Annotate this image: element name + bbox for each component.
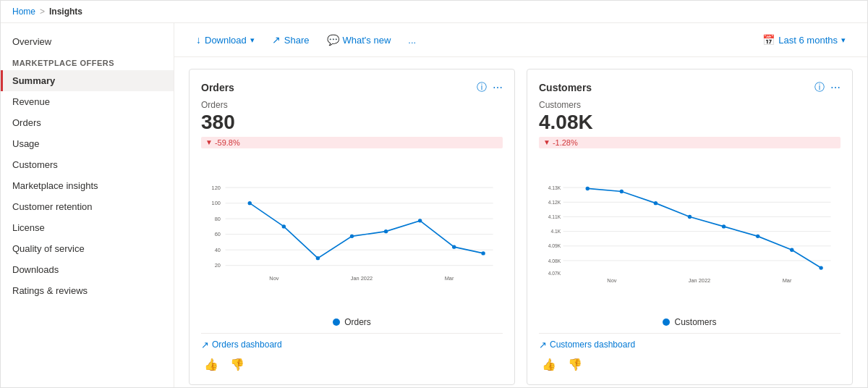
customers-card-title: Customers — [539, 82, 592, 93]
customers-more-icon[interactable]: ⋯ — [830, 82, 841, 93]
orders-card-title: Orders — [201, 82, 234, 93]
svg-text:100: 100 — [212, 200, 221, 206]
toolbar: ↓ Download ▾ ↗ Share 💬 What's new ... — [174, 23, 867, 57]
date-range-chevron-icon: ▾ — [841, 35, 846, 45]
sidebar-section-label: Marketplace offers — [1, 51, 174, 70]
sidebar-item-marketplace-insights[interactable]: Marketplace insights — [1, 175, 174, 196]
svg-text:4.08K: 4.08K — [548, 258, 561, 263]
svg-text:Nov: Nov — [269, 275, 278, 282]
orders-card-actions: 👍 👎 — [201, 356, 503, 373]
svg-text:4.07K: 4.07K — [548, 271, 561, 276]
svg-point-42 — [688, 215, 692, 219]
svg-text:Mar: Mar — [445, 275, 454, 282]
svg-text:Nov: Nov — [607, 277, 616, 284]
breadcrumb-separator: > — [40, 7, 45, 17]
breadcrumb: Home > Insights — [1, 1, 867, 23]
orders-badge-value: -59.8% — [215, 138, 240, 147]
orders-dashboard-icon: ↗ — [201, 340, 209, 350]
svg-point-46 — [819, 266, 822, 269]
customers-dashboard-icon: ↗ — [539, 340, 547, 350]
svg-text:20: 20 — [215, 262, 221, 269]
svg-point-41 — [654, 201, 658, 205]
customers-legend: Customers — [539, 317, 841, 327]
customers-thumbs-up-button[interactable]: 👍 — [539, 356, 559, 373]
sidebar-item-quality-of-service[interactable]: Quality of service — [1, 238, 174, 259]
orders-dashboard-link[interactable]: ↗ Orders dashboard — [201, 340, 503, 350]
svg-point-18 — [350, 234, 354, 237]
svg-point-43 — [722, 224, 726, 228]
orders-chart: 120 100 80 60 40 20 Nov Jan 2022 Mar — [201, 154, 503, 327]
orders-metric-label: Orders — [201, 100, 503, 110]
breadcrumb-home[interactable]: Home — [12, 7, 35, 17]
svg-point-40 — [620, 190, 624, 193]
sidebar-item-summary[interactable]: Summary — [1, 70, 174, 91]
share-button[interactable]: ↗ Share — [265, 30, 317, 49]
svg-point-16 — [282, 224, 286, 228]
customers-chart: 4.13K 4.12K 4.11K 4.1K 4.09K 4.08K 4.07K… — [539, 154, 841, 327]
orders-badge-arrow: ▼ — [205, 138, 213, 146]
download-icon: ↓ — [196, 34, 201, 46]
svg-text:60: 60 — [215, 231, 221, 237]
download-button[interactable]: ↓ Download ▾ — [189, 30, 262, 49]
sidebar-item-overview[interactable]: Overview — [1, 32, 174, 51]
orders-card: Orders ⓘ ⋯ Orders 380 ▼ -59.8% — [189, 69, 515, 385]
orders-card-icons: ⓘ ⋯ — [477, 81, 503, 94]
svg-point-44 — [756, 234, 760, 237]
orders-legend-dot — [333, 319, 340, 326]
svg-text:4.09K: 4.09K — [548, 243, 561, 248]
orders-metric-value: 380 — [201, 111, 503, 134]
more-button[interactable]: ... — [401, 31, 423, 49]
customers-card: Customers ⓘ ⋯ Customers 4.08K ▼ -1.28% — [527, 69, 853, 385]
orders-card-header: Orders ⓘ ⋯ — [201, 81, 503, 94]
sidebar-item-downloads[interactable]: Downloads — [1, 259, 174, 280]
sidebar-item-customer-retention[interactable]: Customer retention — [1, 196, 174, 217]
sidebar: Overview Marketplace offers Summary Reve… — [1, 23, 174, 387]
svg-text:80: 80 — [215, 216, 221, 222]
svg-point-21 — [452, 245, 456, 248]
svg-text:Jan 2022: Jan 2022 — [351, 275, 373, 282]
svg-text:120: 120 — [212, 185, 221, 191]
orders-metric-badge: ▼ -59.8% — [201, 137, 503, 148]
customers-dashboard-link[interactable]: ↗ Customers dashboard — [539, 340, 841, 350]
customers-legend-dot — [663, 319, 670, 326]
svg-point-39 — [586, 187, 590, 190]
cards-grid: Orders ⓘ ⋯ Orders 380 ▼ -59.8% — [174, 57, 867, 387]
orders-thumbs-down-button[interactable]: 👎 — [227, 356, 247, 373]
orders-more-icon[interactable]: ⋯ — [493, 82, 503, 93]
orders-info-icon[interactable]: ⓘ — [477, 81, 487, 94]
customers-info-icon[interactable]: ⓘ — [814, 81, 825, 94]
share-icon: ↗ — [272, 34, 281, 46]
customers-card-footer: ↗ Customers dashboard 👍 👎 — [539, 333, 841, 373]
customers-badge-value: -1.28% — [553, 138, 578, 147]
download-chevron-icon: ▾ — [250, 35, 255, 45]
customers-legend-label: Customers — [674, 317, 716, 327]
sidebar-item-orders[interactable]: Orders — [1, 112, 174, 133]
svg-text:Jan 2022: Jan 2022 — [689, 277, 710, 284]
sidebar-item-ratings-reviews[interactable]: Ratings & reviews — [1, 280, 174, 301]
sidebar-item-license[interactable]: License — [1, 217, 174, 238]
customers-card-header: Customers ⓘ ⋯ — [539, 81, 841, 94]
date-range-button[interactable]: 📅 Last 6 months ▾ — [755, 30, 853, 49]
svg-point-20 — [418, 219, 422, 222]
orders-thumbs-up-button[interactable]: 👍 — [201, 356, 221, 373]
customers-thumbs-down-button[interactable]: 👎 — [565, 356, 585, 373]
customers-card-icons: ⓘ ⋯ — [814, 81, 841, 94]
orders-chart-svg: 120 100 80 60 40 20 Nov Jan 2022 Mar — [201, 154, 503, 313]
svg-point-19 — [384, 229, 388, 233]
calendar-icon: 📅 — [762, 34, 775, 46]
sidebar-item-revenue[interactable]: Revenue — [1, 91, 174, 112]
svg-text:4.12K: 4.12K — [548, 200, 561, 205]
customers-card-actions: 👍 👎 — [539, 356, 841, 373]
breadcrumb-current: Insights — [49, 7, 82, 17]
content-area: ↓ Download ▾ ↗ Share 💬 What's new ... — [174, 23, 867, 387]
sidebar-item-usage[interactable]: Usage — [1, 133, 174, 154]
orders-card-footer: ↗ Orders dashboard 👍 👎 — [201, 333, 503, 373]
whats-new-button[interactable]: 💬 What's new — [320, 30, 399, 49]
svg-text:4.13K: 4.13K — [548, 185, 561, 190]
svg-text:40: 40 — [215, 247, 221, 253]
sidebar-item-customers[interactable]: Customers — [1, 154, 174, 175]
svg-point-22 — [481, 251, 485, 255]
orders-legend-label: Orders — [344, 317, 371, 327]
customers-metric-badge: ▼ -1.28% — [539, 137, 841, 148]
orders-legend: Orders — [201, 317, 503, 327]
